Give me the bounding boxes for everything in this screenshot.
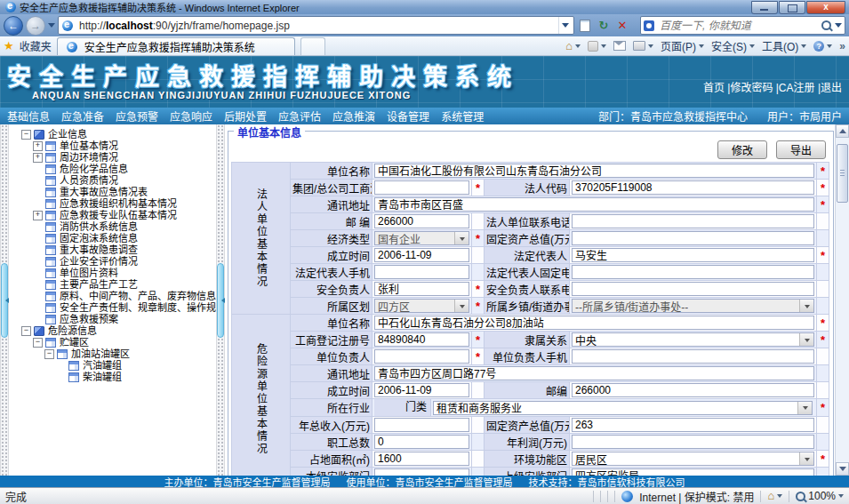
tree-expand-icon[interactable]: − <box>21 326 31 336</box>
splitter-handle-icon[interactable] <box>1 263 8 338</box>
form-input[interactable] <box>374 197 814 212</box>
tree-item[interactable]: 危险化学品信息 <box>9 164 216 175</box>
tree-item[interactable]: 安全生产责任制、规章制度、操作规程信息 <box>9 302 216 314</box>
search-dropdown-icon[interactable] <box>835 23 842 31</box>
tools-menu[interactable]: 工具(O) <box>762 38 806 53</box>
form-select[interactable]: 国有企业 <box>374 231 469 245</box>
form-input[interactable] <box>572 282 814 296</box>
menu-item-1[interactable]: 基础信息 <box>7 108 50 124</box>
forward-button[interactable]: → <box>26 16 45 36</box>
form-input[interactable] <box>374 418 469 432</box>
page-view-button[interactable]: ⌂ <box>767 492 782 500</box>
menu-item-7[interactable]: 应急推演 <box>332 108 375 124</box>
favorites-star-icon[interactable]: ★ <box>4 39 14 52</box>
form-input[interactable] <box>374 366 814 380</box>
form-input[interactable] <box>374 468 469 476</box>
tree-item[interactable]: −危险源信息 <box>9 325 216 337</box>
export-button[interactable]: 导出 <box>776 140 826 159</box>
form-input[interactable] <box>572 418 814 432</box>
menu-item-8[interactable]: 设备管理 <box>387 108 429 124</box>
help-menu[interactable]: ? <box>813 41 832 52</box>
minimize-button[interactable] <box>751 1 778 14</box>
left-splitter[interactable] <box>0 124 9 476</box>
favorites-button[interactable]: 收藏夹 <box>20 38 52 53</box>
print-button[interactable] <box>633 41 653 51</box>
tree-item[interactable]: 重大事故隐患调查 <box>9 244 216 256</box>
content-scrollbar[interactable] <box>835 124 849 476</box>
menu-item-6[interactable]: 应急评估 <box>278 108 321 124</box>
form-input[interactable] <box>374 349 469 364</box>
tree-item[interactable]: −加油站油罐区 <box>9 348 216 360</box>
form-input[interactable] <box>572 248 814 262</box>
maximize-button[interactable] <box>779 1 805 14</box>
form-input[interactable] <box>572 214 814 228</box>
form-input[interactable] <box>374 214 469 228</box>
form-input[interactable] <box>572 231 814 245</box>
scroll-up-icon[interactable] <box>836 124 849 138</box>
form-input[interactable] <box>374 452 469 466</box>
menu-item-5[interactable]: 后期处置 <box>224 108 267 124</box>
tree-item[interactable]: 汽油罐组 <box>9 360 216 372</box>
address-bar[interactable]: http://localhost:90/yjzh/frame/homepage.… <box>58 16 574 35</box>
form-input[interactable] <box>374 180 469 195</box>
form-input[interactable] <box>572 265 814 279</box>
feeds-button[interactable] <box>588 41 606 52</box>
form-input[interactable] <box>374 248 469 262</box>
page-menu[interactable]: 页面(P) <box>661 38 704 53</box>
search-icon[interactable] <box>821 20 831 30</box>
tree-expand-icon[interactable]: − <box>33 338 43 348</box>
tree-item[interactable]: +单位基本情况 <box>9 140 216 152</box>
close-button[interactable]: x <box>806 1 845 14</box>
history-dropdown-icon[interactable] <box>48 23 55 31</box>
url-text[interactable]: http://localhost:90/yjzh/frame/homepage.… <box>79 20 290 32</box>
form-input[interactable] <box>572 468 814 476</box>
address-dropdown-icon[interactable] <box>558 17 572 34</box>
tree-item[interactable]: 应急救援组织机构基本情况 <box>9 198 216 210</box>
form-input[interactable] <box>374 265 469 279</box>
scrollbar-thumb[interactable] <box>837 144 848 203</box>
tree-item[interactable]: +应急救援专业队伍基本情况 <box>9 210 216 221</box>
overflow-chevron-icon[interactable]: » <box>839 40 845 52</box>
sidebar-splitter[interactable] <box>216 124 225 476</box>
tree-item[interactable]: 柴油罐组 <box>9 372 216 383</box>
new-tab-button[interactable] <box>300 37 325 55</box>
tree-item[interactable]: 消防供水系统信息 <box>9 221 216 233</box>
home-button[interactable]: ⌂ <box>565 42 581 51</box>
modify-button[interactable]: 修改 <box>717 140 767 159</box>
scroll-down-icon[interactable] <box>836 462 849 476</box>
tree-item[interactable]: 主要产品生产工艺 <box>9 279 216 291</box>
form-input[interactable] <box>572 180 814 195</box>
compatibility-view-icon[interactable] <box>577 18 593 34</box>
tree-item[interactable]: −贮罐区 <box>9 337 216 348</box>
safety-menu[interactable]: 安全(S) <box>711 38 755 53</box>
menu-item-2[interactable]: 应急准备 <box>61 108 104 124</box>
form-input[interactable] <box>374 332 469 347</box>
tree-expand-icon[interactable]: + <box>33 211 43 220</box>
tree-expand-icon[interactable]: − <box>44 349 54 359</box>
tree-item[interactable]: 单位图片资料 <box>9 268 216 279</box>
form-input[interactable] <box>572 349 814 364</box>
stop-button[interactable]: ✕ <box>614 18 630 34</box>
search-box[interactable] <box>640 16 845 35</box>
form-select[interactable]: 居民区 <box>572 452 814 466</box>
back-button[interactable]: ← <box>4 16 23 36</box>
tree-expand-icon[interactable]: + <box>33 141 43 151</box>
form-select[interactable]: 租赁和商务服务业 <box>433 401 813 415</box>
form-input[interactable] <box>374 316 814 330</box>
banner-links[interactable]: 首页 |修改密码 |CA注册 |退出 <box>703 79 842 94</box>
tree-item[interactable]: 固定泡沫系统信息 <box>9 233 216 244</box>
tree-item[interactable]: 原料、中间产物、产品、废弃物信息 <box>9 291 216 302</box>
form-input[interactable] <box>572 383 814 397</box>
refresh-button[interactable]: ↻ <box>596 18 612 34</box>
tree-expand-icon[interactable]: − <box>21 130 31 140</box>
tree-item[interactable]: +周边环境情况 <box>9 152 216 164</box>
menu-item-3[interactable]: 应急预警 <box>116 108 158 124</box>
form-input[interactable] <box>572 435 814 449</box>
form-input[interactable] <box>374 164 814 178</box>
tree-item[interactable]: 企业安全评价情况 <box>9 256 216 268</box>
browser-tab[interactable]: 安全生产应急救援指挥辅助决策系统 <box>57 37 295 55</box>
tree-item[interactable]: 人员资质情况 <box>9 175 216 187</box>
tree-item[interactable]: 重大事故应急情况表 <box>9 187 216 198</box>
form-select[interactable]: 中央 <box>572 332 814 347</box>
search-input[interactable] <box>658 19 818 33</box>
